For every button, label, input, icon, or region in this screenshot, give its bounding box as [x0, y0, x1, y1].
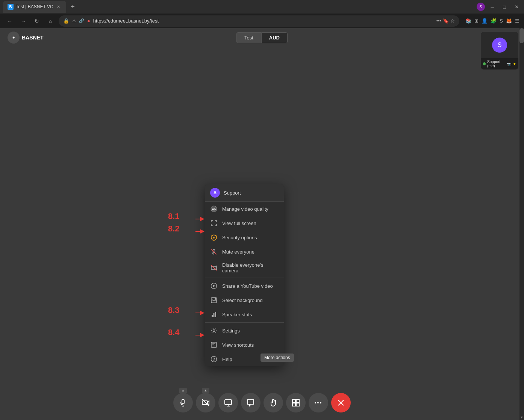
menu-item-video-quality[interactable]: HD Manage video quality [205, 202, 284, 216]
menu-item-youtube[interactable]: Share a YouTube video [205, 279, 284, 293]
context-menu: S Support HD Manage video quality [205, 184, 284, 366]
participant-name: Support (me) [487, 60, 507, 68]
tab-bar: B Test | BASNET VC ✕ + S ─ □ ✕ [0, 0, 524, 14]
browser-right-icons: 📚 ⊞ 👤 🧩 S 🦊 ☰ [465, 18, 519, 24]
app-logo: ✦ BASNET [8, 32, 44, 44]
menu-item-stats[interactable]: Speaker stats [205, 307, 284, 322]
participant-icons: 📷 ★ [507, 62, 516, 66]
menu-item-mute-label: Mute everyone [222, 249, 254, 255]
svg-rect-33 [296, 399, 299, 402]
close-window-button[interactable]: ✕ [512, 2, 521, 11]
svg-rect-11 [212, 315, 213, 317]
active-tab[interactable]: B Test | BASNET VC ✕ [3, 1, 66, 13]
arrow-8-2 [195, 228, 206, 234]
annotation-8-2: 8.2 [168, 224, 180, 234]
more-dots: ••• [315, 400, 323, 406]
scroll-down-button[interactable]: ▼ [519, 415, 524, 420]
menu-item-settings[interactable]: Settings [205, 323, 284, 338]
menu-item-shortcuts[interactable]: View shortcuts [205, 338, 284, 352]
fullscreen-icon [210, 219, 218, 227]
menu-item-shortcuts-label: View shortcuts [222, 342, 254, 348]
svg-marker-8 [213, 285, 215, 287]
menu-item-disable-camera[interactable]: Disable everyone's camera [205, 259, 284, 277]
menu-item-security[interactable]: Security options [205, 230, 284, 245]
shortcuts-icon [210, 341, 218, 349]
svg-text:HD: HD [212, 208, 216, 211]
menu-divider-1 [205, 278, 284, 278]
address-bar: ← → ↻ ⌂ 🔒 ⚠ 🔗 ● https://edumeet.basnet.b… [0, 14, 524, 28]
menu-item-video-quality-label: Manage video quality [222, 206, 268, 212]
grid-button[interactable] [286, 393, 306, 412]
tab-close-button[interactable]: ✕ [56, 4, 62, 10]
participant-video: S [481, 32, 518, 58]
mic-arrow-btn[interactable]: ▲ [179, 388, 187, 393]
room-tab-aud[interactable]: AUD [261, 32, 288, 43]
svg-line-6 [211, 265, 217, 270]
menu-avatar: S [210, 188, 220, 198]
stats-icon [210, 311, 218, 318]
help-icon [210, 355, 218, 363]
menu-item-background[interactable]: Select background [205, 293, 284, 307]
chat-button[interactable] [241, 393, 260, 412]
svg-point-10 [215, 299, 216, 300]
forward-button[interactable]: → [18, 16, 29, 26]
menu-item-disable-camera-label: Disable everyone's camera [222, 262, 279, 273]
refresh-button[interactable]: ↻ [32, 16, 42, 26]
svg-rect-35 [296, 403, 299, 406]
scrollbar[interactable]: ▲ ▼ [519, 28, 524, 420]
star-icon: ★ [513, 62, 516, 66]
menu-item-help-label: Help [222, 357, 232, 362]
back-button[interactable]: ← [5, 16, 15, 26]
camera-off-icon [210, 264, 218, 272]
new-tab-button[interactable]: + [68, 2, 78, 12]
app-header: ✦ BASNET Test AUD [0, 28, 524, 47]
annotation-8-3: 8.3 [168, 305, 180, 315]
participant-panel: S Support (me) 📷 ★ [481, 32, 518, 69]
more-button[interactable]: ••• [309, 393, 328, 412]
svg-rect-32 [292, 399, 295, 402]
annotation-8-1: 8.1 [168, 212, 180, 221]
menu-header: S Support [205, 184, 284, 202]
menu-item-settings-label: Settings [222, 328, 240, 334]
browser-chrome: B Test | BASNET VC ✕ + S ─ □ ✕ ← → ↻ ⌂ 🔒… [0, 0, 524, 28]
youtube-icon [210, 282, 218, 290]
mute-icon [210, 248, 218, 255]
menu-item-background-label: Select background [222, 298, 263, 303]
end-call-button[interactable] [331, 393, 351, 412]
profile-icon[interactable]: S [477, 3, 485, 11]
menu-item-mute-all[interactable]: Mute everyone [205, 245, 284, 259]
svg-rect-29 [225, 400, 232, 405]
bottom-toolbar: ▲ ▲ [173, 393, 351, 412]
hand-button[interactable] [264, 393, 283, 412]
more-actions-tooltip: More actions [260, 354, 294, 362]
svg-point-2 [213, 237, 215, 239]
minimize-button[interactable]: ─ [488, 2, 497, 11]
menu-item-fullscreen-label: View full screen [222, 221, 256, 226]
screenshare-button[interactable] [218, 393, 238, 412]
browser-window-controls: S ─ □ ✕ [477, 2, 521, 11]
room-tab-test[interactable]: Test [236, 32, 261, 43]
menu-item-stats-label: Speaker stats [222, 312, 252, 317]
url-bar[interactable]: 🔒 ⚠ 🔗 ● https://edumeet.basnet.by/test •… [59, 15, 459, 27]
home-button[interactable]: ⌂ [45, 16, 56, 26]
camera-container: ▲ [196, 393, 215, 412]
svg-point-20 [214, 361, 214, 361]
mic-button[interactable] [173, 393, 193, 412]
maximize-button[interactable]: □ [500, 2, 509, 11]
menu-divider-2 [205, 322, 284, 323]
camera-off-icon: 📷 [507, 62, 511, 66]
svg-line-28 [202, 399, 209, 406]
svg-point-14 [213, 330, 215, 332]
hd-icon: HD [210, 205, 218, 213]
camera-button[interactable] [196, 393, 215, 412]
menu-username: Support [224, 190, 241, 196]
mic-container: ▲ [173, 393, 193, 412]
settings-icon [210, 327, 218, 334]
logo-icon: ✦ [8, 32, 20, 44]
camera-arrow-btn[interactable]: ▲ [202, 388, 209, 393]
background-icon [210, 296, 218, 304]
menu-item-fullscreen[interactable]: View full screen [205, 216, 284, 230]
participant-status-dot [483, 62, 486, 65]
svg-rect-13 [215, 312, 216, 317]
menu-item-security-label: Security options [222, 235, 257, 240]
